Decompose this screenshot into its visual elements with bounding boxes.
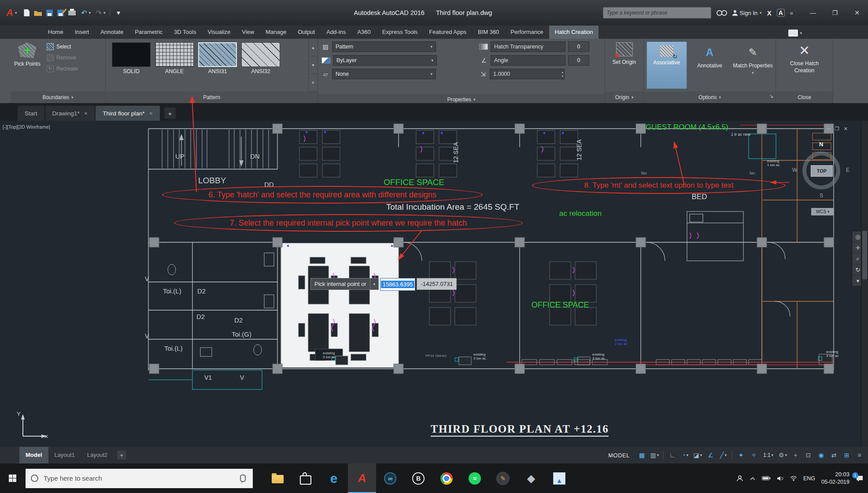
isometric-drafting-icon[interactable]: ◪▾ (692, 449, 704, 461)
ribbon-tab-bim-360[interactable]: BIM 360 (472, 26, 505, 39)
workspace-switching-icon[interactable]: ⚙▾ (777, 449, 789, 461)
annotation-visibility-icon[interactable]: ✦ (735, 449, 747, 461)
ribbon-tab-manage[interactable]: Manage (260, 26, 292, 39)
hatch-transparency-field[interactable]: Hatch Transparency (491, 41, 565, 52)
pick-points-button[interactable]: + Pick Points (11, 39, 44, 92)
ribbon-tab-view[interactable]: View (236, 26, 260, 39)
minimize-button[interactable]: — (802, 0, 824, 26)
gradient-tint-icon[interactable] (479, 44, 488, 50)
gallery-up-icon[interactable]: ▴ (309, 39, 318, 56)
taskbar-search-input[interactable] (43, 474, 236, 482)
pattern-swatch-ansi32[interactable]: ANSI32 (241, 42, 280, 76)
autocad-taskbar-icon[interactable]: A (348, 463, 376, 493)
open-file-icon[interactable] (34, 10, 42, 16)
ribbon-tab-add-ins[interactable]: Add-ins (321, 26, 351, 39)
action-center-button[interactable]: 1 (856, 475, 864, 482)
qat-customize-icon[interactable]: ▾ (115, 9, 122, 17)
microphone-icon[interactable] (240, 474, 246, 482)
remove-button[interactable]: Remove (47, 54, 78, 61)
new-file-icon[interactable] (24, 9, 30, 16)
language-indicator[interactable]: ENG (803, 475, 815, 482)
viewcube-west[interactable]: W (792, 167, 797, 173)
dwg-restore-icon[interactable]: ❐ (835, 126, 839, 132)
file-tab-start[interactable]: Start (18, 106, 44, 121)
dwg-minimize-icon[interactable]: ─ (827, 126, 831, 132)
pattern-swatch-angle[interactable]: ANGLE (155, 42, 194, 76)
help-search-input[interactable] (606, 9, 708, 16)
taskbar-clock[interactable]: 20:03 05-02-2019 (821, 471, 850, 486)
spotify-icon[interactable]: ≈ (461, 463, 489, 493)
associative-button[interactable]: Associative (646, 41, 687, 89)
ribbon-tab-annotate[interactable]: Annotate (95, 26, 129, 39)
annotation-scale[interactable]: 1:1▾ (761, 449, 776, 461)
inkscape-icon[interactable]: ◆ (517, 463, 545, 493)
layout-tab-layout1[interactable]: Layout1 (48, 447, 81, 463)
chrome-icon[interactable] (432, 463, 461, 493)
new-layout-button[interactable]: + (117, 451, 126, 460)
toolbar-overflow-icon[interactable]: » (790, 10, 793, 16)
model-space-label[interactable]: MODEL (608, 452, 630, 459)
ribbon-tab-hatch-creation[interactable]: Hatch Creation (549, 26, 599, 39)
edge-browser-icon[interactable]: e (320, 463, 348, 493)
viewcube-north[interactable]: N (819, 141, 823, 148)
viewcube-east[interactable]: E (846, 167, 850, 173)
object-snap-tracking-icon[interactable]: ∠ (705, 449, 717, 461)
annotation-autoscale-icon[interactable]: ✧ (748, 449, 760, 461)
microsoft-store-icon[interactable] (292, 463, 320, 493)
ribbon-tab-express-tools[interactable]: Express Tools (377, 26, 424, 39)
drawing-area[interactable]: UPDNLOBBYDDOFFICE SPACETotal Incubation … (0, 121, 868, 447)
object-snap-icon[interactable]: ╱▾ (717, 449, 729, 461)
help-search-box[interactable] (603, 7, 711, 19)
autocad-app-menu[interactable]: A ▾ (6, 7, 17, 19)
tray-chevron-up-icon[interactable] (750, 477, 756, 480)
select-button[interactable]: Select (47, 43, 78, 50)
options-panel-label[interactable]: Options▾ ↘ (644, 92, 776, 103)
hatch-type-dropdown[interactable]: Pattern▾ (332, 41, 436, 52)
x-coordinate-input[interactable]: 15863.6395 (380, 278, 416, 291)
restore-button[interactable]: ❐ (824, 0, 846, 26)
graphics-performance-icon[interactable]: ◉ (815, 449, 827, 461)
ribbon-tab-3d-tools[interactable]: 3D Tools (168, 26, 202, 39)
plot-icon[interactable] (68, 11, 76, 15)
tray-user-icon[interactable] (736, 475, 743, 482)
hatch-angle-field[interactable]: Angle (491, 55, 565, 66)
origin-panel-label[interactable]: Origin▾ (605, 92, 643, 103)
zoom-display-icon[interactable]: ⊞ (841, 449, 853, 461)
start-button[interactable] (0, 463, 25, 493)
sign-in-button[interactable]: Sign In ▾ (732, 10, 762, 16)
dialog-launcher-icon[interactable]: ↘ (769, 91, 773, 101)
annotation-monitor-icon[interactable]: + (790, 449, 802, 461)
ribbon-tab-performance[interactable]: Performance (505, 26, 549, 39)
ribbon-tab-output[interactable]: Output (292, 26, 321, 39)
save-icon[interactable] (46, 10, 53, 16)
close-button[interactable]: ✕ (846, 0, 868, 26)
close-tab-icon[interactable]: ✕ (149, 111, 153, 116)
battery-icon[interactable] (762, 476, 771, 481)
quick-properties-icon[interactable]: ⊡ (802, 449, 814, 461)
hatch-transparency-value[interactable]: 0 (568, 41, 589, 52)
dark-circle-app-icon[interactable]: ∞ (376, 463, 404, 493)
new-drawing-tab-button[interactable]: + (164, 107, 176, 119)
scrollbar-thumb[interactable] (862, 231, 867, 279)
gallery-down-icon[interactable]: ▾ (309, 56, 318, 74)
hatch-color-dropdown[interactable]: ByLayer▾ (333, 55, 437, 66)
layout-tab-layout2[interactable]: Layout2 (81, 447, 114, 463)
ribbon-tab-featured-apps[interactable]: Featured Apps (423, 26, 472, 39)
redo-icon[interactable]: ↷▾ (95, 9, 106, 17)
gallery-expand-icon[interactable]: ≡ (309, 74, 318, 92)
annotative-button[interactable]: A Annotative (690, 41, 730, 89)
volume-icon[interactable] (777, 476, 784, 481)
undo-icon[interactable]: ↶▾ (80, 9, 91, 17)
save-as-icon[interactable] (57, 10, 64, 16)
grid-icon[interactable]: ▦ (636, 449, 648, 461)
ribbon-tab-visualize[interactable]: Visualize (202, 26, 236, 39)
taskbar-search-box[interactable] (26, 469, 253, 488)
photos-icon[interactable]: ▲ (545, 463, 573, 493)
dwg-close-icon[interactable]: ✕ (844, 126, 848, 132)
polar-tracking-icon[interactable]: ◔▾ (679, 449, 691, 461)
b-circle-app-icon[interactable]: B (404, 463, 432, 493)
ribbon-tab-home[interactable]: Home (42, 26, 69, 39)
file-tab-third-floor-plan[interactable]: Third floor plan*✕ (96, 106, 160, 121)
vertical-scrollbar[interactable] (861, 121, 868, 447)
search-binoculars-icon[interactable] (717, 10, 727, 16)
